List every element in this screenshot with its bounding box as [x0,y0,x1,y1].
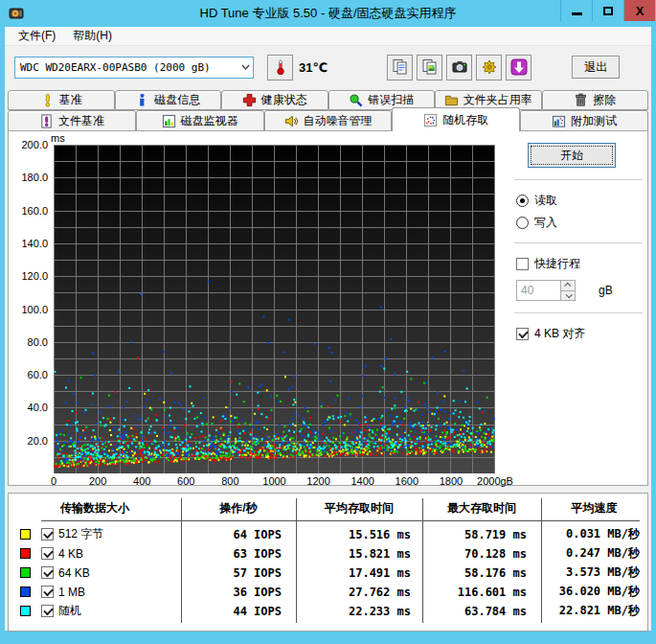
header-transfer-size: 传输数据大小 [9,500,181,517]
tab-random-access[interactable]: 随机存取 [392,107,520,131]
doc-exclamation-icon [39,114,54,128]
menu-file[interactable]: 文件(F) [11,26,63,46]
hd-tune-window: HD Tune 专业版 5.50 - 硬盘/固态硬盘实用程序 X 文件(F) 帮… [0,0,656,644]
series-label: 4 KB [58,547,83,561]
tab-label: 磁盘信息 [154,92,200,108]
align-4kb-checkbox[interactable]: 4 KB 对齐 [516,326,643,342]
value-ops: 44 IOPS [181,605,296,618]
update-button[interactable] [506,55,532,80]
gold-burst-icon [481,58,498,76]
header-underline [41,520,640,521]
series-color-swatch [20,548,31,559]
menu-help[interactable]: 帮助(H) [65,26,120,46]
tab-file-benchmark[interactable]: 文件基准 [8,110,136,131]
scatter-icon [423,113,438,127]
toolbar: WDC WD20EARX-00PASB0 (2000 gB) 31℃ 退出 [5,46,651,88]
minimize-button[interactable] [560,0,592,21]
y-tick-label: 80.0 [9,336,48,348]
series-checkbox[interactable] [41,547,54,560]
close-button[interactable]: X [623,0,655,21]
short-stroke-size: gB [516,280,643,301]
drive-select-value: WDC WD20EARX-00PASB0 (2000 gB) [20,61,211,74]
checkbox-checked-icon [516,328,529,340]
value-avg: 17.491 ms [296,566,422,580]
tab-row-1: 基准磁盘信息健康状态错误扫描文件夹占用率擦除 [8,90,648,110]
copy-image-button[interactable] [417,55,442,80]
chevron-down-icon [565,291,572,298]
x-tick-label: 1600 [396,475,418,487]
value-avg: 27.762 ms [296,586,422,599]
short-stroke-checkbox[interactable]: 快捷行程 [516,256,643,272]
panel-gap [5,486,651,493]
tab-label: 自动噪音管理 [303,113,372,129]
copy-text-icon [392,58,409,76]
chevron-up-icon [564,283,571,289]
series-label: 64 KB [58,566,90,580]
screenshot-button[interactable] [446,55,472,80]
spinner-buttons [560,280,576,301]
spin-up-button[interactable] [561,281,575,290]
value-speed: 0.247 MB/秒 [541,545,647,562]
x-tick-label: 2000gB [477,475,513,487]
value-avg: 15.821 ms [296,547,422,561]
window-controls: X [560,0,655,21]
x-tick-label: 1200 [306,475,329,487]
options-button[interactable] [476,55,502,80]
table-row: 4 KB63 IOPS15.821 ms70.128 ms0.247 MB/秒 [9,544,647,563]
magnifier-icon [349,93,363,107]
close-icon: X [636,4,645,18]
y-tick-label: 40.0 [9,402,48,413]
y-axis-unit-label: ms [51,132,65,144]
folder-icon [444,93,459,107]
x-tick-label: 800 [221,475,238,487]
y-tick-label: 20.0 [9,435,48,447]
read-radio[interactable]: 读取 [516,193,643,209]
drive-select[interactable]: WDC WD20EARX-00PASB0 (2000 gB) [14,57,254,79]
tab-label: 文件夹占用率 [464,92,532,108]
tab-health[interactable]: 健康状态 [221,90,328,110]
series-checkbox[interactable] [41,528,54,540]
start-button[interactable]: 开始 [528,143,616,168]
tab-disk-monitor[interactable]: 磁盘监视器 [136,110,264,131]
exit-button[interactable]: 退出 [572,56,620,79]
short-stroke-unit-label: gB [599,284,613,297]
tab-aam[interactable]: 自动噪音管理 [264,110,393,131]
value-ops: 63 IOPS [181,547,296,561]
series-checkbox[interactable] [41,586,54,598]
tab-disk-info[interactable]: 磁盘信息 [115,90,222,110]
tab-label: 基准 [59,92,82,108]
series-checkbox[interactable] [41,605,54,617]
window-title: HD Tune 专业版 5.50 - 硬盘/固态硬盘实用程序 [0,5,656,22]
value-max: 70.128 ms [422,547,541,561]
short-stroke-size-input[interactable] [516,280,560,301]
value-speed: 3.573 MB/秒 [541,564,647,581]
write-radio[interactable]: 写入 [516,215,643,231]
value-ops: 64 IOPS [181,528,296,541]
y-tick-label: 60.0 [9,369,48,380]
titlebar: HD Tune 专业版 5.50 - 硬盘/固态硬盘实用程序 X [0,0,656,27]
series-color-swatch [20,529,31,540]
tab-benchmark[interactable]: 基准 [8,90,115,110]
table-row: 64 KB57 IOPS17.491 ms58.176 ms3.573 MB/秒 [9,564,647,582]
value-max: 58.176 ms [422,566,541,580]
copy-image-icon [421,58,439,76]
maximize-button[interactable] [592,0,623,21]
radio-icon [516,195,529,207]
tab-erase[interactable]: 擦除 [542,90,649,110]
series-checkbox[interactable] [41,566,54,579]
read-radio-label: 读取 [534,193,557,209]
tab-label: 附加测试 [571,113,617,129]
tab-label: 擦除 [593,92,616,108]
spin-down-button[interactable] [561,290,575,301]
temperature-value: 31℃ [299,60,328,75]
tab-label: 健康状态 [261,92,307,108]
series-color-swatch [20,567,31,578]
random-access-panel: ms 200.0180.0160.0140.0120.0100.080.060.… [8,130,648,486]
y-tick-label: 160.0 [9,205,48,217]
y-tick-label: 180.0 [9,172,48,183]
window-content: 文件(F) 帮助(H) WDC WD20EARX-00PASB0 (2000 g… [5,27,651,631]
copy-text-button[interactable] [387,55,413,80]
temperature-button[interactable] [267,55,293,80]
tab-extra-tests[interactable]: 附加测试 [520,110,648,131]
value-ops: 57 IOPS [181,566,296,580]
